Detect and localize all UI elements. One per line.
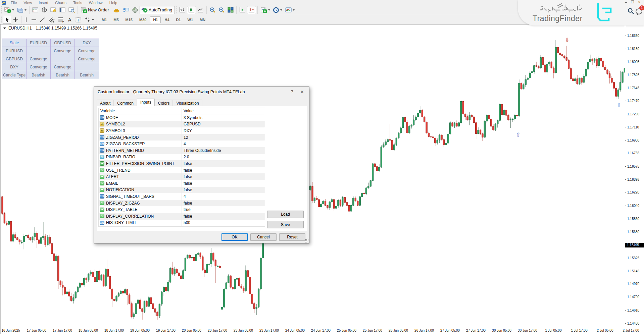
corr-header-row: StateEURUSDGBPUSDDXY [2,39,99,47]
close-button[interactable]: × [636,0,643,5]
autotrading-button[interactable]: AutoTrading [140,6,175,14]
new-order-button[interactable]: New Order [79,6,112,14]
param-type-bool-icon [100,161,104,166]
menu-view[interactable]: View [20,1,36,5]
dialog-tab-common[interactable]: Common [114,100,137,106]
expert-advisors-button[interactable] [121,6,131,14]
param-row[interactable]: ALERTfalse [99,173,265,180]
param-row[interactable]: 123MODE3 Symbols [99,114,265,121]
auto-scroll-button[interactable] [238,6,247,14]
timeframe-d1[interactable]: D1 [173,16,184,23]
search-icon[interactable] [627,7,635,15]
timeframe-h4[interactable]: H4 [161,16,172,23]
new-order-icon [81,7,87,13]
menu-insert[interactable]: Insert [35,1,52,5]
chat-icon[interactable]: 1 [635,7,644,16]
menu-help[interactable]: Help [106,1,121,5]
timeframe-m30[interactable]: M30 [136,16,149,23]
new-chart-button[interactable] [3,6,15,14]
metaeditor-button[interactable] [112,6,121,14]
param-row[interactable]: 123HISTORY_LIMIT500 [99,220,265,226]
trendline-tool[interactable] [38,16,47,24]
param-row[interactable]: USE_TRENDfalse [99,167,265,174]
tile-windows-button[interactable] [226,6,235,14]
price-axis-tick [625,114,626,114]
dialog-title-bar[interactable]: Custom Indicator - Quarterly Theory ICT … [94,87,309,97]
param-row[interactable]: DISPLAY_ZIGZAGfalse [99,200,265,207]
vertical-line-tool[interactable] [23,16,30,24]
label-tool[interactable]: T [74,16,83,24]
profiles-button[interactable] [15,6,28,14]
restore-button[interactable]: ❐ [629,0,636,5]
param-row[interactable]: ½PINBAR_RATIO2.0 [99,154,265,161]
param-row[interactable]: 123SIGNAL_TIMEOUT_BARS4 [99,193,265,200]
reset-button[interactable]: Reset [279,233,305,241]
zoom-in-button[interactable] [208,6,217,14]
one-click-trading-expander[interactable] [3,27,6,29]
param-row[interactable]: 123PATTERN_METHODThree Outside/Inside [99,147,265,154]
param-value: GBPUSD [184,122,201,126]
dialog-tab-colors[interactable]: Colors [155,100,173,106]
horizontal-line-tool[interactable] [30,16,38,24]
menu-file[interactable]: File [7,1,20,5]
periods-button[interactable] [271,6,284,14]
terminal-button[interactable] [58,6,67,14]
timeframe-m5[interactable]: M5 [110,16,121,23]
param-row[interactable]: 123ZIGZAG_PERIOD12 [99,134,265,141]
price-axis-label: 1.15145 [627,269,639,273]
dialog-tab-about[interactable]: About [97,100,114,106]
shapes-tool[interactable] [83,16,95,24]
dialog-resize-grip[interactable] [305,239,308,242]
ok-button[interactable]: OK [221,233,248,241]
timeframe-m15[interactable]: M15 [122,16,136,23]
indicators-button[interactable] [259,6,271,14]
dialog-close-button[interactable]: × [297,89,307,95]
param-row[interactable]: DISPLAY_TABLEtrue [99,206,265,213]
text-tool[interactable]: A [66,16,74,24]
timeframe-m1[interactable]: M1 [99,16,110,23]
bar-chart-button[interactable] [178,6,187,14]
param-row[interactable]: NOTIFICATIONfalse [99,187,265,193]
timeframe-mn[interactable]: MN [197,16,208,23]
brand-name: TradingFinder [533,14,583,23]
param-row[interactable]: abSYMBOL2GBPUSD [99,121,265,128]
market-watch-button[interactable] [31,6,40,14]
market-button[interactable] [131,6,140,14]
price-axis[interactable]: 1.183601.181801.180051.178251.176451.174… [625,24,644,327]
load-button[interactable]: Load [267,211,304,218]
data-window-button[interactable] [40,6,49,14]
dialog-tab-inputs[interactable]: Inputs [137,99,155,106]
chart-shift-button[interactable] [247,6,256,14]
param-row[interactable]: DISPLAY_CORRELATIONfalse [99,213,265,220]
zoom-out-button[interactable] [217,6,226,14]
param-row[interactable]: FILTER_PRECISION_SWING_POINTfalse [99,160,265,167]
navigator-button[interactable] [49,6,58,14]
dialog-help-button[interactable]: ? [287,89,297,94]
param-name: DISPLAY_TABLE [106,207,138,212]
channel-tool[interactable]: E [47,16,56,24]
fibonacci-tool[interactable]: F [56,16,66,24]
param-row[interactable]: abSYMBOL3DXY [99,127,265,134]
menu-tools[interactable]: Tools [70,1,86,5]
timeframe-w1[interactable]: W1 [185,16,196,23]
param-row[interactable]: EMAILfalse [99,180,265,187]
crosshair-tool[interactable] [11,16,20,24]
price-axis-label: 1.18360 [627,34,639,38]
dialog-tab-visualization[interactable]: Visualization [173,100,202,106]
param-row[interactable]: 123ZIGZAG_BACKSTEP4 [99,141,265,147]
cancel-button[interactable]: Cancel [250,233,277,241]
line-chart-button[interactable] [196,6,205,14]
price-axis-tick [625,179,626,180]
save-button[interactable]: Save [267,221,304,228]
menu-window[interactable]: Window [86,1,106,5]
menu-charts[interactable]: Charts [52,1,70,5]
candle-chart-button[interactable] [187,6,196,14]
strategy-tester-button[interactable] [67,6,76,14]
timeframe-h1[interactable]: H1 [150,16,161,23]
market-watch-icon [32,7,39,13]
cursor-tool[interactable] [3,16,11,24]
templates-button[interactable] [284,6,296,14]
minimize-button[interactable]: – [623,0,629,5]
price-axis-label: 1.15860 [627,217,639,220]
time-axis[interactable]: 16 Jun 202517 Jun 05:0017 Jun 17:0018 Ju… [1,327,644,334]
